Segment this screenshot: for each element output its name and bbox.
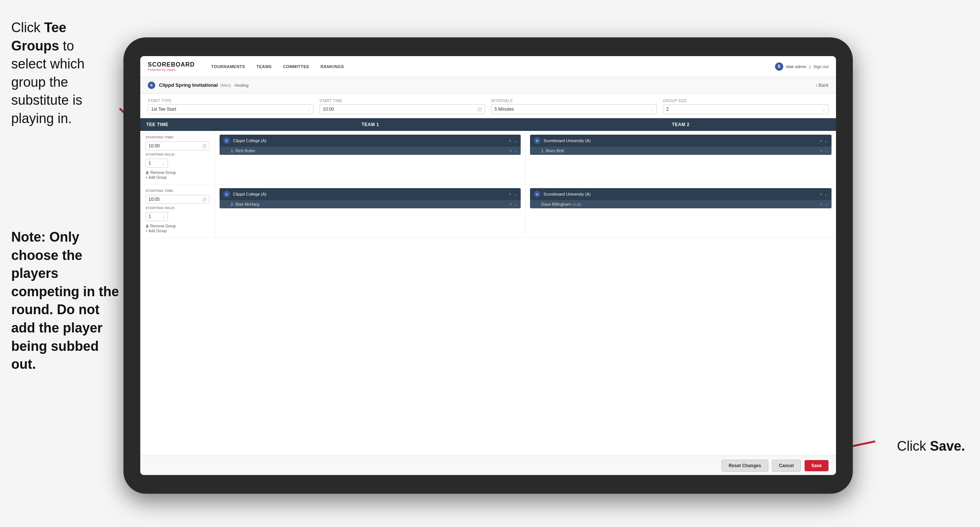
team2-avatar-1: S [534,137,541,144]
starting-time-label-2: STARTING TIME: [145,189,210,193]
tee-time-clock-1: 🕐 [202,144,207,148]
team2-name-2: Scoreboard University (A) [544,192,817,196]
team2-card-2[interactable]: S Scoreboard University (A) × ⌄ Dave Bil… [530,188,832,209]
team1-cell-1: C Clippd College (A) × ⌄ 1. Rich Butler [215,131,525,184]
player-chevron-2-2[interactable]: ⌄ [825,202,828,207]
team1-card-2[interactable]: C Clippd College (A) × ⌄ 2. Blair McHarg [220,188,521,209]
player-remove-1-2[interactable]: × [509,202,512,207]
main-content: Start Type 1st Tee Start ⌄ Start Time 10… [140,94,836,475]
team1-chevron-2[interactable]: ⌄ [514,192,517,197]
start-type-chevron: ⌄ [307,107,310,111]
tee-time-input-1[interactable]: 10:00 🕐 [145,142,210,150]
group-size-input[interactable]: 2 ⌄ [663,104,829,114]
team2-name-1: Scoreboard University (A) [544,139,817,143]
team1-name-2: Clippd College (A) [233,192,506,196]
player-chevron-1-1[interactable]: ⌄ [514,149,517,153]
starting-hole-label-2: STARTING HOLE: [145,206,210,210]
hole-input-1[interactable]: 1 ⌄ [145,159,168,167]
player-row-1-1: 1. Rich Butler × ⌄ [220,146,521,155]
starting-hole-label-1: STARTING HOLE: [145,153,210,156]
reset-changes-button[interactable]: Reset Changes [722,460,768,472]
sign-out-link[interactable]: Sign out [813,64,829,69]
starting-time-label-1: STARTING TIME: [145,135,210,139]
remove-group-btn-2[interactable]: 🗑 Remove Group [145,224,210,228]
team2-controls-2: × ⌄ [820,192,828,197]
player-name-2-2: Dave Billingham (SUB) [541,202,581,207]
nav-committee[interactable]: COMMITTEE [278,62,315,71]
save-button[interactable]: Save [805,460,829,471]
tee-group-2: STARTING TIME: 10:05 🕐 STARTING HOLE: 1 … [140,185,836,238]
hole-input-2[interactable]: 1 ⌄ [145,212,168,221]
start-time-chevron: 🕐 [477,107,482,111]
team1-avatar-2: C [223,191,230,197]
intervals-chevron: ⌄ [651,107,654,111]
team2-remove-2[interactable]: × [820,192,822,196]
top-nav: SCOREBOARD Powered by clippd TOURNAMENTS… [140,56,836,77]
player-controls-2-2: × ⌄ [820,202,828,207]
setting-start-type: Start Type 1st Tee Start ⌄ [148,99,313,114]
team2-cell-1: S Scoreboard University (A) × ⌄ 1. Rees … [525,131,836,184]
team2-header-1: S Scoreboard University (A) × ⌄ [530,135,832,146]
click-save-text: Click Save. [897,438,965,454]
tournament-gender: (Men) [220,83,231,88]
player-remove-1-1[interactable]: × [509,149,512,153]
team1-card-1[interactable]: C Clippd College (A) × ⌄ 1. Rich Butler [220,135,521,155]
back-link[interactable]: ‹ Back [816,83,829,88]
tablet-screen: SCOREBOARD Powered by clippd TOURNAMENTS… [140,56,836,475]
team2-remove-1[interactable]: × [820,139,822,143]
user-name: blair admin [786,64,807,69]
sub-badge-2-2: (SUB) [572,203,582,207]
team2-chevron-1[interactable]: ⌄ [824,139,828,143]
tee-group-1: STARTING TIME: 10:00 🕐 STARTING HOLE: 1 … [140,131,836,185]
setting-intervals: Intervals 5 Minutes ⌄ [491,99,657,114]
logo-main-text: SCOREBOARD [148,61,195,68]
team1-name-1: Clippd College (A) [233,139,506,143]
team2-header-2: S Scoreboard University (A) × ⌄ [530,188,832,200]
player-controls-1-1: × ⌄ [509,149,517,153]
setting-group-size: Group Size 2 ⌄ [663,99,829,114]
group-size-chevron: ⌄ [822,107,825,111]
nav-right: B blair admin | Sign out [775,62,829,71]
remove-group-btn-1[interactable]: 🗑 Remove Group [145,170,210,175]
player-name-2-1: 1. Rees Britt [541,148,564,153]
player-row-2-2: Dave Billingham (SUB) × ⌄ [530,200,832,209]
groups-area: STARTING TIME: 10:00 🕐 STARTING HOLE: 1 … [140,131,836,455]
add-group-btn-2[interactable]: + Add Group [145,229,210,233]
tee-actions-2: 🗑 Remove Group + Add Group [145,224,210,233]
tee-time-input-2[interactable]: 10:05 🕐 [145,195,210,204]
setting-start-time: Start Time 10:00 🕐 [320,99,485,114]
player-controls-2-1: × ⌄ [820,149,828,153]
start-type-input[interactable]: 1st Tee Start ⌄ [148,104,313,114]
nav-tournaments[interactable]: TOURNAMENTS [206,62,251,71]
header-team1: Team 1 [215,118,525,131]
player-remove-2-2[interactable]: × [820,202,822,207]
player-row-1-2: 2. Blair McHarg × ⌄ [220,200,521,209]
team1-remove-1[interactable]: × [509,139,511,143]
team1-chevron-1[interactable]: ⌄ [514,139,517,143]
remove-icon-2: 🗑 [145,224,149,228]
intervals-input[interactable]: 5 Minutes ⌄ [491,104,657,114]
tee-groups-bold: Tee Groups [11,20,66,54]
add-group-btn-1[interactable]: + Add Group [145,175,210,180]
note-text: Note: Only choose the players competing … [0,221,131,381]
remove-icon-1: 🗑 [145,170,149,175]
settings-row: Start Type 1st Tee Start ⌄ Start Time 10… [140,94,836,118]
nav-teams[interactable]: TEAMS [251,62,277,71]
tee-left-2: STARTING TIME: 10:05 🕐 STARTING HOLE: 1 … [140,185,215,237]
player-chevron-1-2[interactable]: ⌄ [514,202,517,207]
player-name-1-2: 2. Blair McHarg [231,202,259,207]
hosting-badge: Hosting [234,83,248,88]
start-time-input[interactable]: 10:00 🕐 [320,104,485,114]
player-remove-2-1[interactable]: × [820,149,822,153]
table-header: Tee Time Team 1 Team 2 [140,118,836,131]
nav-rankings[interactable]: RANKINGS [315,62,349,71]
tournament-name: Clippd Spring Invitational [159,82,218,88]
team2-card-1[interactable]: S Scoreboard University (A) × ⌄ 1. Rees … [530,135,832,155]
team1-remove-2[interactable]: × [509,192,511,196]
player-chevron-2-1[interactable]: ⌄ [825,149,828,153]
team2-chevron-2[interactable]: ⌄ [824,192,828,197]
header-team2: Team 2 [525,118,836,131]
header-tee-time: Tee Time [140,118,215,131]
tee-time-clock-2: 🕐 [202,197,207,202]
cancel-button[interactable]: Cancel [772,460,801,472]
